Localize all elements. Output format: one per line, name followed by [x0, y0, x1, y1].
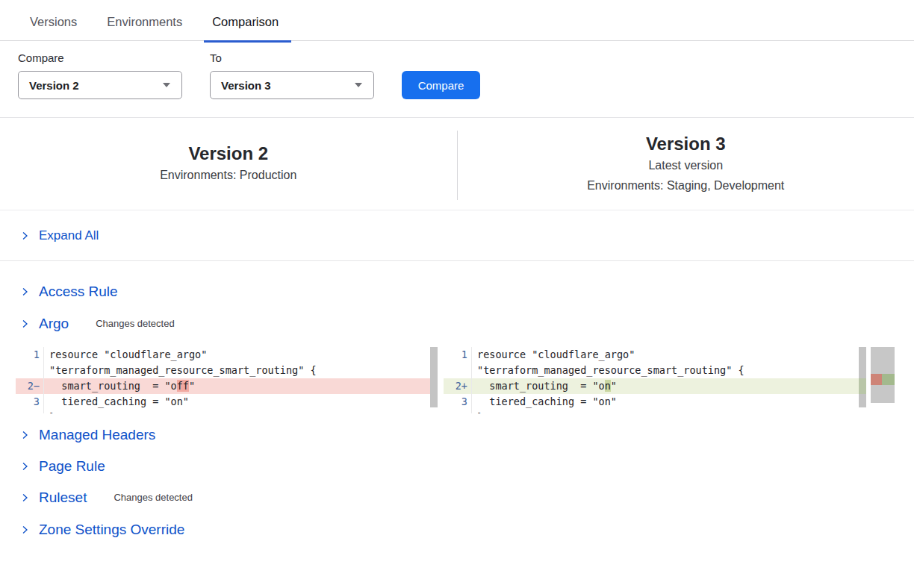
diff-line: 1 resource "cloudflare_argo": [16, 347, 438, 363]
compare-to-field: To Version 3: [210, 51, 374, 99]
section-label: Zone Settings Override: [39, 521, 184, 538]
code-text-segment: ": [189, 380, 195, 392]
diff-pane-right[interactable]: 1 resource "cloudflare_argo" "terraform_…: [444, 347, 866, 413]
code-text-segment: smart_routing = "o: [477, 380, 605, 392]
compare-to-select[interactable]: Version 3: [210, 71, 374, 99]
diff-pane-left[interactable]: 1 resource "cloudflare_argo" "terraform_…: [16, 347, 438, 413]
line-number: 3: [444, 394, 472, 410]
version-headers: Version 2 Environments: Production Versi…: [0, 117, 914, 210]
version-right-environments: Environments: Staging, Development: [458, 175, 914, 196]
chevron-right-icon: [20, 287, 30, 297]
code-text: smart_routing = "off": [44, 378, 195, 394]
diff-line: "terraform_managed_resource_smart_routin…: [444, 363, 866, 378]
diff-line-removed: 2− smart_routing = "off": [16, 378, 438, 394]
code-text: tiered_caching = "on": [44, 394, 189, 410]
changes-detected-badge: Changes detected: [114, 489, 193, 506]
section-zone-settings-override[interactable]: Zone Settings Override: [0, 521, 914, 538]
code-text: "terraform_managed_resource_smart_routin…: [44, 363, 317, 378]
line-number: [444, 410, 472, 413]
diff-view: 1 resource "cloudflare_argo" "terraform_…: [16, 347, 914, 413]
section-label: Managed Headers: [39, 426, 155, 443]
chevron-right-icon: [20, 319, 30, 329]
compare-button[interactable]: Compare: [402, 71, 480, 99]
version-left-environments: Environments: Production: [0, 165, 457, 185]
section-label: Page Rule: [39, 457, 105, 475]
code-text: resource "cloudflare_argo": [472, 347, 635, 363]
code-text: smart_routing = "on": [472, 378, 617, 394]
diff-line: }: [444, 410, 866, 413]
section-ruleset[interactable]: Ruleset Changes detected: [0, 489, 914, 506]
line-number: 2−: [16, 378, 44, 394]
diff-line: 3 tiered_caching = "on": [444, 394, 866, 410]
compare-to-value: Version 3: [221, 79, 271, 92]
expand-all-button[interactable]: Expand All: [0, 210, 914, 261]
scrollbar[interactable]: [859, 347, 866, 407]
code-text-segment: ": [611, 380, 617, 392]
compare-from-field: Compare Version 2: [18, 51, 182, 99]
line-number: [16, 410, 44, 413]
line-number: 1: [16, 347, 44, 363]
diff-line: 1 resource "cloudflare_argo": [444, 347, 866, 363]
line-number: 2+: [444, 378, 472, 394]
chevron-right-icon: [20, 430, 30, 440]
code-text: resource "cloudflare_argo": [44, 347, 207, 363]
minimap-removed-marker: [871, 374, 882, 385]
removed-word: ff: [177, 380, 189, 392]
minimap-change-marker: [871, 374, 895, 385]
chevron-right-icon: [20, 525, 30, 535]
section-label: Ruleset: [39, 489, 87, 506]
section-page-rule[interactable]: Page Rule: [0, 457, 914, 475]
chevron-right-icon: [20, 492, 30, 503]
diff-line-added: 2+ smart_routing = "on": [444, 378, 866, 394]
tab-bar: Versions Environments Comparison: [0, 0, 914, 41]
diff-minimap[interactable]: [871, 347, 895, 403]
code-text: }: [44, 410, 55, 413]
minimap-added-marker: [882, 374, 895, 385]
section-label: Argo: [39, 315, 69, 332]
comparison-page: Versions Environments Comparison Compare…: [0, 0, 914, 538]
code-text-segment: smart_routing = "o: [49, 380, 177, 392]
section-argo[interactable]: Argo Changes detected: [0, 315, 914, 332]
compare-from-value: Version 2: [29, 79, 79, 92]
tab-environments[interactable]: Environments: [107, 0, 182, 29]
caret-down-icon: [354, 82, 363, 88]
compare-from-select[interactable]: Version 2: [18, 71, 182, 99]
scrollbar-change-marker: [859, 378, 866, 394]
code-text: tiered_caching = "on": [472, 394, 617, 410]
compare-controls: Compare Version 2 To Version 3 Compare: [0, 41, 914, 99]
version-right-title: Version 3: [458, 133, 914, 155]
line-number: 3: [16, 394, 44, 410]
added-word: n: [605, 380, 611, 392]
scrollbar[interactable]: [430, 347, 438, 407]
version-right-header: Version 3 Latest version Environments: S…: [458, 133, 914, 196]
expand-all-label: Expand All: [39, 228, 99, 243]
section-managed-headers[interactable]: Managed Headers: [0, 426, 914, 443]
diff-line: 3 tiered_caching = "on": [16, 394, 438, 410]
diff-line: }: [16, 410, 438, 413]
tab-comparison[interactable]: Comparison: [212, 0, 279, 29]
line-number: [444, 363, 472, 378]
section-list: Access Rule Argo Changes detected 1 reso…: [0, 283, 914, 538]
section-access-rule[interactable]: Access Rule: [0, 283, 914, 300]
chevron-right-icon: [20, 461, 30, 472]
compare-label: Compare: [18, 51, 182, 64]
changes-detected-badge: Changes detected: [96, 315, 175, 332]
diff-line: "terraform_managed_resource_smart_routin…: [16, 363, 438, 378]
chevron-right-icon: [20, 231, 30, 241]
caret-down-icon: [162, 82, 171, 88]
code-text: "terraform_managed_resource_smart_routin…: [472, 363, 744, 378]
version-right-subtitle: Latest version: [458, 155, 914, 175]
tab-versions[interactable]: Versions: [30, 0, 77, 29]
section-label: Access Rule: [39, 283, 118, 300]
to-label: To: [210, 51, 374, 64]
version-left-title: Version 2: [0, 143, 457, 165]
line-number: [16, 363, 44, 378]
code-text: }: [472, 410, 483, 413]
version-left-header: Version 2 Environments: Production: [0, 143, 457, 185]
line-number: 1: [444, 347, 472, 363]
